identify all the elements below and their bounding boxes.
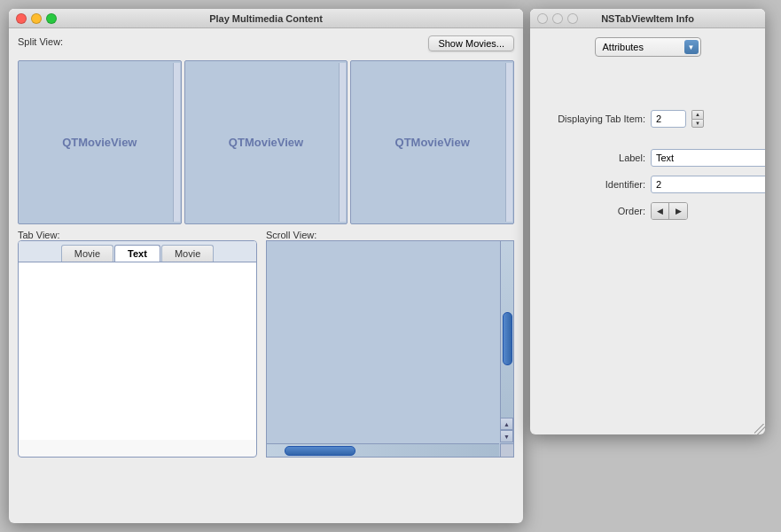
panel-2-scrollbar[interactable]	[339, 63, 346, 222]
scroll-down-arrow[interactable]: ▼	[500, 430, 513, 442]
bottom-section: Tab View: Movie Text Movie Scroll View:	[18, 230, 514, 516]
tab-content-area	[19, 262, 256, 440]
close-button[interactable]	[16, 13, 27, 24]
info-minimize-button[interactable]	[552, 13, 563, 24]
order-left-button[interactable]: ◀	[652, 203, 669, 219]
order-arrows[interactable]: ◀ ▶	[651, 202, 688, 220]
scroll-view-label: Scroll View:	[266, 230, 316, 240]
identifier-row: Identifier:	[539, 176, 756, 193]
info-title-bar: NSTabViewItem Info	[530, 9, 765, 28]
qt-panel-1: QTMovieView	[18, 60, 182, 224]
info-traffic-lights	[537, 13, 578, 24]
scroll-view-inner	[267, 241, 513, 457]
main-window-title: Play Multimedia Content	[209, 13, 323, 24]
tab-view-section: Tab View: Movie Text Movie	[18, 230, 257, 516]
info-maximize-button[interactable]	[567, 13, 578, 24]
displaying-tab-item-label: Displaying Tab Item:	[539, 113, 645, 124]
info-close-button[interactable]	[537, 13, 548, 24]
qt-panel-3-label: QTMovieView	[395, 136, 470, 149]
order-label: Order:	[539, 206, 645, 216]
panel-1-scrollbar[interactable]	[173, 63, 180, 222]
qt-panel-1-label: QTMovieView	[62, 136, 137, 149]
info-content: Attributes ▼ Displaying Tab Item: ▲ ▼ La…	[530, 28, 765, 240]
main-title-bar: Play Multimedia Content	[9, 9, 523, 28]
attributes-dropdown[interactable]: Attributes ▼	[595, 37, 701, 57]
qt-panel-2-label: QTMovieView	[229, 136, 303, 149]
label-field-input[interactable]	[651, 149, 765, 167]
scroll-up-arrow[interactable]: ▲	[500, 418, 513, 430]
tab-movie-1[interactable]: Movie	[61, 245, 113, 262]
show-movies-button[interactable]: Show Movies...	[428, 35, 514, 51]
identifier-label: Identifier:	[539, 179, 645, 190]
split-view-label: Split View:	[18, 36, 63, 47]
stepper-up-icon[interactable]: ▲	[691, 110, 704, 119]
scroll-view-section: Scroll View: ▲ ▼	[266, 230, 514, 516]
horizontal-scrollbar-thumb[interactable]	[285, 446, 355, 456]
displaying-tab-item-stepper[interactable]: ▲ ▼	[691, 110, 704, 128]
maximize-button[interactable]	[46, 13, 57, 24]
vertical-scrollbar-thumb[interactable]	[503, 312, 512, 365]
label-field-label: Label:	[539, 153, 645, 163]
order-row: Order: ◀ ▶	[539, 202, 756, 220]
main-window: Play Multimedia Content Split View: Show…	[9, 9, 523, 523]
dropdown-value: Attributes	[603, 42, 644, 52]
split-view-header: Split View: Show Movies...	[18, 35, 514, 51]
tab-bar: Movie Text Movie	[19, 241, 256, 262]
resize-handle[interactable]	[754, 424, 765, 434]
displaying-tab-item-row: Displaying Tab Item: ▲ ▼	[539, 110, 756, 128]
vertical-scrollbar[interactable]	[500, 241, 513, 442]
info-window: NSTabViewItem Info Attributes ▼ Displayi…	[530, 9, 765, 434]
scroll-view-container: ▲ ▼	[266, 240, 514, 458]
tab-text[interactable]: Text	[114, 245, 160, 262]
traffic-lights	[16, 13, 57, 24]
qt-panel-3: QTMovieView	[350, 60, 514, 224]
attributes-dropdown-row: Attributes ▼	[539, 37, 756, 57]
tab-container: Movie Text Movie	[18, 240, 257, 458]
identifier-input[interactable]	[651, 176, 765, 193]
scroll-arrows-vertical: ▲ ▼	[500, 418, 513, 442]
displaying-tab-item-input[interactable]	[651, 110, 686, 128]
info-window-title: NSTabViewItem Info	[601, 13, 694, 24]
minimize-button[interactable]	[31, 13, 42, 24]
tab-view-label: Tab View:	[18, 230, 60, 240]
scroll-corner	[500, 443, 513, 457]
order-right-button[interactable]: ▶	[669, 203, 687, 219]
horizontal-scrollbar[interactable]	[267, 443, 499, 457]
split-view-panels: QTMovieView QTMovieView QTMovieView	[18, 60, 514, 224]
panel-3-scrollbar[interactable]	[505, 63, 512, 222]
tab-movie-2[interactable]: Movie	[161, 245, 214, 262]
dropdown-arrow-icon[interactable]: ▼	[684, 40, 699, 54]
main-content: Split View: Show Movies... QTMovieView Q…	[9, 28, 523, 523]
label-row: Label:	[539, 149, 756, 167]
stepper-down-icon[interactable]: ▼	[691, 119, 704, 129]
qt-panel-2: QTMovieView	[184, 60, 348, 224]
